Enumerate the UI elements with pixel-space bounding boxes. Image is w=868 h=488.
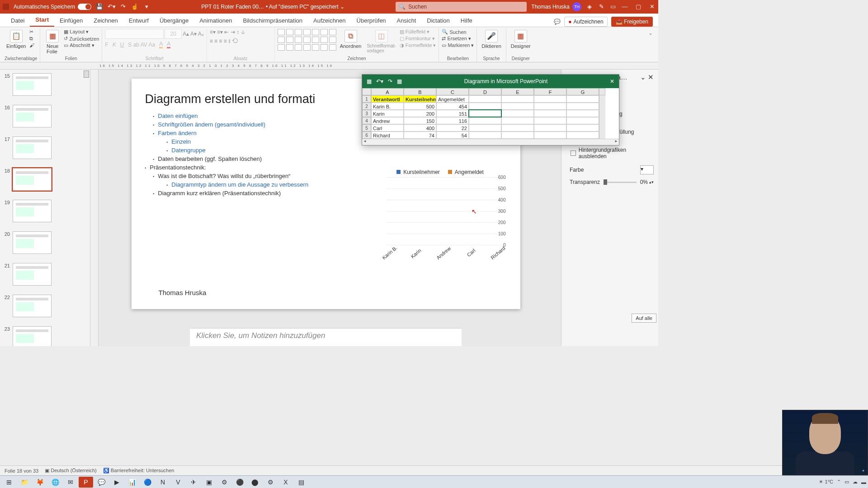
tab-ansicht[interactable]: Ansicht — [392, 14, 422, 27]
thumb-23[interactable]: 23 — [0, 326, 88, 346]
dg-undo-icon[interactable]: ↶▾ — [376, 78, 383, 84]
tab-ueberpruefen[interactable]: Überprüfen — [351, 14, 392, 27]
shape-gallery[interactable] — [278, 29, 336, 51]
record-button[interactable]: Aufzeichnen — [564, 17, 607, 27]
thumb-19[interactable]: 19 — [0, 200, 88, 222]
slide-canvas-area: Diagramm erstellen und formati Daten ein… — [90, 70, 561, 346]
tab-zeichnen[interactable]: Zeichnen — [88, 14, 123, 27]
fontsize-select[interactable]: 20 — [165, 29, 182, 39]
thumb-21[interactable]: 21 — [0, 263, 88, 286]
outline-button[interactable]: ▢ Formkontur ▾ — [400, 36, 436, 42]
doc-title: PPT 01 Roter Faden 00…• Auf "diesem PC" … — [155, 4, 391, 10]
ribbon-tabs: Datei Start Einfügen Zeichnen Entwurf Üb… — [0, 14, 658, 27]
tab-praesentation[interactable]: Bildschirmpräsentation — [237, 14, 308, 27]
app-icon — [3, 4, 9, 10]
quickstyle-button[interactable]: ◫Schnellformat- vorlagen — [365, 29, 397, 54]
new-slide-button[interactable]: ▦Neue Folie — [43, 29, 62, 55]
window-icon[interactable]: ▭ — [609, 3, 617, 10]
tab-entwurf[interactable]: Entwurf — [123, 14, 154, 27]
tab-hilfe[interactable]: Hilfe — [455, 14, 478, 27]
comments-icon[interactable]: 💬 — [554, 19, 561, 25]
font-select[interactable] — [105, 29, 164, 39]
opt-hidebg[interactable]: Hintergrundgrafiken ausblenden — [566, 145, 654, 161]
thumb-18[interactable]: 18 — [0, 168, 88, 191]
tab-aufzeichnen[interactable]: Aufzeichnen — [308, 14, 351, 27]
slide-thumbnails[interactable]: 15161718192021222324 — [0, 70, 90, 346]
maximize-icon[interactable]: ▢ — [635, 3, 642, 10]
group-voice: 🎤Diktieren Sprache — [477, 28, 506, 62]
color-picker[interactable]: ▾ — [640, 165, 654, 174]
chart-legend: KursteilnehmerAngemeldet — [371, 169, 507, 175]
dg-scrollbar[interactable] — [362, 139, 619, 145]
tab-start[interactable]: Start — [30, 14, 54, 27]
group-designer: ▦Designer Designer — [506, 28, 535, 62]
group-paragraph: ≡▾ ≡▾ ⇤ ⇥ ↕ ⫝ ≡ ≡ ≡ ≡ ⦀ ⟲ Absatz — [207, 28, 275, 62]
thumb-22[interactable]: 22 — [0, 295, 88, 317]
group-font: 20A▴ A▾ Aₐ F K U S ab AV Aa A A Schrifta… — [102, 28, 207, 62]
search-input[interactable]: Suchen — [396, 2, 527, 12]
section-button[interactable]: ▭ Abschnitt ▾ — [64, 42, 99, 48]
effects-button[interactable]: ◑ Formeffekte ▾ — [400, 42, 436, 48]
tab-einfuegen[interactable]: Einfügen — [54, 14, 88, 27]
thumb-20[interactable]: 20 — [0, 231, 88, 254]
tab-datei[interactable]: Datei — [5, 14, 30, 27]
group-slides: ▦Neue Folie ▦ Layout ▾ ↺ Zurücksetzen ▭ … — [40, 28, 102, 62]
chart-xlabels: Karin B.KarinAndrewCarlRichard — [371, 245, 507, 253]
user-account[interactable]: Thomas HruskaTH — [531, 2, 581, 11]
dg-save-icon[interactable]: ▦ — [367, 78, 372, 84]
transparency-slider[interactable] — [604, 182, 637, 183]
find-button[interactable]: 🔍 Suchen — [442, 29, 474, 35]
tab-animationen[interactable]: Animationen — [194, 14, 237, 27]
title-bar: Automatisches Speichern 💾 ↶▾ ↷ ☝ ▾ PPT 0… — [0, 0, 658, 14]
thumb-16[interactable]: 16 — [0, 105, 88, 127]
pen-icon[interactable]: ✎ — [598, 3, 605, 10]
notes-pane[interactable]: Klicken Sie, um Notizen hinzuzufügen — [190, 328, 462, 346]
dictate-button[interactable]: 🎤Diktieren — [480, 29, 503, 50]
layout-button[interactable]: ▦ Layout ▾ — [64, 29, 99, 35]
ribbon: 📋Einfügen ✂ ⧉ 🖌 Zwischenablage ▦Neue Fol… — [0, 27, 658, 62]
slide-author: Thomas Hruska — [159, 289, 207, 296]
chart-plot: 0100200300400500600 — [387, 177, 507, 245]
vertical-ruler — [90, 70, 99, 346]
save-icon[interactable]: 💾 — [96, 3, 103, 10]
share-button[interactable]: 📤 Freigeben — [611, 17, 653, 27]
data-grid[interactable]: ABCDEFG1VerantwortlKursteilnehmeAngemeld… — [362, 88, 619, 139]
group-clipboard: 📋Einfügen ✂ ⧉ 🖌 Zwischenablage — [2, 28, 40, 62]
fmtpaint-button[interactable]: 🖌 — [29, 42, 34, 48]
dg-redo-icon[interactable]: ↷ — [388, 78, 392, 84]
cursor-icon: ↖ — [472, 208, 475, 212]
dg-table-icon[interactable]: ▦ — [397, 78, 402, 84]
thumb-15[interactable]: 15 — [0, 73, 88, 96]
copy-button[interactable]: ⧉ — [29, 36, 34, 42]
collapse-ribbon-icon[interactable]: ⌄ — [645, 28, 656, 62]
autosave-toggle[interactable]: Automatisches Speichern — [14, 4, 91, 10]
chart-data-editor[interactable]: ▦ ↶▾ ↷ ▦ Diagramm in Microsoft PowerPoin… — [362, 74, 619, 145]
thumb-17[interactable]: 17 — [0, 136, 88, 159]
fpane-close-icon[interactable]: ✕ — [648, 73, 654, 81]
close-icon[interactable]: ✕ — [648, 3, 656, 10]
fpane-dropdown-icon[interactable]: ⌄ — [640, 73, 646, 81]
arrange-button[interactable]: ⧉Anordnen — [338, 29, 363, 50]
apply-all-button[interactable]: Auf alle — [632, 314, 656, 323]
redo-icon[interactable]: ↷ — [119, 3, 127, 10]
reset-button[interactable]: ↺ Zurücksetzen — [64, 36, 99, 42]
undo-icon[interactable]: ↶▾ — [108, 3, 115, 10]
dg-close-icon[interactable]: ✕ — [605, 78, 619, 84]
replace-button[interactable]: ⇄ Ersetzen ▾ — [442, 36, 474, 42]
qat-more-icon[interactable]: ▾ — [143, 3, 150, 10]
tab-uebergaenge[interactable]: Übergänge — [154, 14, 194, 27]
cut-button[interactable]: ✂ — [29, 29, 34, 35]
minimize-icon[interactable]: — — [621, 3, 628, 10]
tab-dictation[interactable]: Dictation — [421, 14, 455, 27]
diamond-icon[interactable]: ◈ — [586, 3, 593, 10]
touch-icon[interactable]: ☝ — [131, 3, 138, 10]
select-button[interactable]: ▭ Markieren ▾ — [442, 42, 474, 48]
avatar: TH — [572, 2, 581, 11]
data-editor-titlebar: ▦ ↶▾ ↷ ▦ Diagramm in Microsoft PowerPoin… — [362, 75, 619, 88]
bar-chart[interactable]: KursteilnehmerAngemeldet 010020030040050… — [371, 169, 507, 268]
horizontal-ruler: 16 15 14 13 12 11 10 9 8 7 6 5 4 3 2 1 0… — [0, 62, 658, 70]
group-draw: ⧉Anordnen ◫Schnellformat- vorlagen ▨ Fül… — [275, 28, 439, 62]
fill-button[interactable]: ▨ Fülleffekt ▾ — [400, 29, 436, 35]
designer-button[interactable]: ▦Designer — [509, 29, 533, 50]
paste-button[interactable]: 📋Einfügen — [5, 29, 28, 50]
